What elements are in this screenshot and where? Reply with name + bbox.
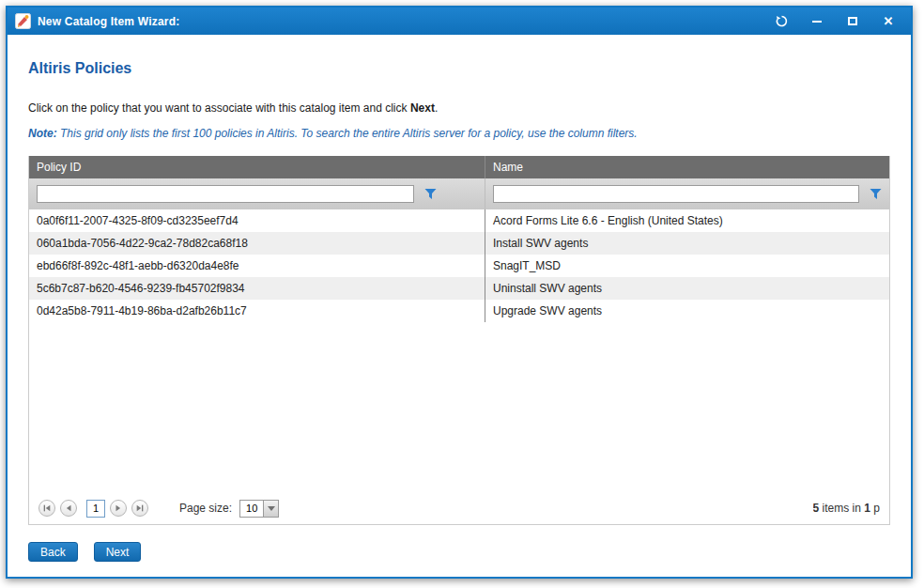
items-text: items in — [819, 502, 864, 515]
grid-rows: 0a0f6f11-2007-4325-8f09-cd3235eef7d4 Aco… — [29, 209, 889, 322]
note-body: This grid only lists the first 100 polic… — [57, 127, 638, 140]
name-filter-cell — [485, 178, 889, 209]
minimize-icon[interactable] — [809, 14, 824, 29]
instruction-text: Click on the policy that you want to ass… — [28, 101, 890, 115]
policy-id-cell: 0d42a5b8-7911-4b19-86ba-d2afb26b11c7 — [29, 300, 485, 322]
table-row[interactable]: 0d42a5b8-7911-4b19-86ba-d2afb26b11c7 Upg… — [29, 300, 889, 322]
next-page-button[interactable] — [110, 500, 127, 517]
column-header-name[interactable]: Name — [485, 156, 889, 178]
pages-text: p — [870, 502, 880, 515]
table-row[interactable]: 0a0f6f11-2007-4325-8f09-cd3235eef7d4 Aco… — [29, 209, 889, 232]
last-page-button[interactable] — [131, 500, 148, 517]
pages-count: 1 — [864, 502, 870, 515]
policy-id-cell: 5c6b7c87-b620-4546-9239-fb45702f9834 — [29, 277, 485, 300]
grid-filter-row — [29, 178, 889, 209]
name-filter-input[interactable] — [493, 185, 859, 203]
page-size-value: 10 — [240, 501, 263, 517]
grid-empty-area — [29, 322, 889, 492]
name-cell: SnagIT_MSD — [485, 255, 889, 277]
name-cell: Uninstall SWV agents — [485, 277, 889, 300]
grid-header-row: Policy ID Name — [29, 156, 889, 178]
table-row[interactable]: 5c6b7c87-b620-4546-9239-fb45702f9834 Uni… — [29, 277, 889, 300]
items-summary: 5 items in 1 p — [813, 502, 880, 515]
prev-page-button[interactable] — [60, 500, 77, 517]
name-cell: Upgrade SWV agents — [485, 300, 889, 322]
current-page-field[interactable]: 1 — [86, 500, 105, 518]
instruction-prefix: Click on the policy that you want to ass… — [28, 101, 410, 115]
policies-grid: Policy ID Name — [28, 156, 890, 525]
grid-pager: 1 Page size: 10 5 items in 1 p — [29, 492, 889, 524]
policy-id-filter-input[interactable] — [37, 185, 414, 203]
name-cell: Acord Forms Lite 6.6 - English (United S… — [485, 209, 889, 232]
title-bar: New Catalog Item Wizard: ✕ — [8, 8, 911, 35]
window-title: New Catalog Item Wizard: — [38, 15, 774, 28]
maximize-icon[interactable] — [845, 14, 860, 29]
next-button[interactable]: Next — [94, 542, 142, 562]
back-button[interactable]: Back — [28, 542, 78, 562]
close-icon[interactable]: ✕ — [881, 14, 896, 29]
app-icon — [15, 13, 31, 29]
window-controls: ✕ — [774, 14, 903, 29]
page-size-dropdown[interactable]: 10 — [239, 500, 279, 518]
wizard-content: Altiris Policies Click on the policy tha… — [8, 35, 911, 577]
page-size-label: Page size: — [179, 502, 232, 515]
page-title: Altiris Policies — [28, 60, 890, 77]
wizard-footer: Back Next — [28, 542, 890, 562]
policy-id-cell: 060a1bda-7056-4d22-9ca2-78d82ca68f18 — [29, 232, 485, 255]
table-row[interactable]: 060a1bda-7056-4d22-9ca2-78d82ca68f18 Ins… — [29, 232, 889, 255]
name-cell: Install SWV agents — [485, 232, 889, 255]
refresh-icon[interactable] — [774, 14, 789, 29]
column-header-policy-id[interactable]: Policy ID — [29, 156, 485, 178]
wizard-window: New Catalog Item Wizard: ✕ Altiris Polic… — [6, 6, 913, 579]
note-text: Note: This grid only lists the first 100… — [28, 127, 890, 140]
policy-id-cell: ebd66f8f-892c-48f1-aebb-d6320da4e8fe — [29, 255, 485, 277]
instruction-suffix: . — [435, 101, 438, 115]
note-label: Note: — [28, 127, 57, 140]
name-filter-icon[interactable] — [870, 188, 882, 200]
table-row[interactable]: ebd66f8f-892c-48f1-aebb-d6320da4e8fe Sna… — [29, 255, 889, 277]
dropdown-arrow-icon[interactable] — [263, 501, 278, 517]
instruction-bold: Next — [410, 101, 435, 115]
first-page-button[interactable] — [38, 500, 55, 517]
policy-id-cell: 0a0f6f11-2007-4325-8f09-cd3235eef7d4 — [29, 209, 485, 232]
policy-id-filter-icon[interactable] — [424, 188, 437, 200]
policy-id-filter-cell — [29, 178, 485, 209]
